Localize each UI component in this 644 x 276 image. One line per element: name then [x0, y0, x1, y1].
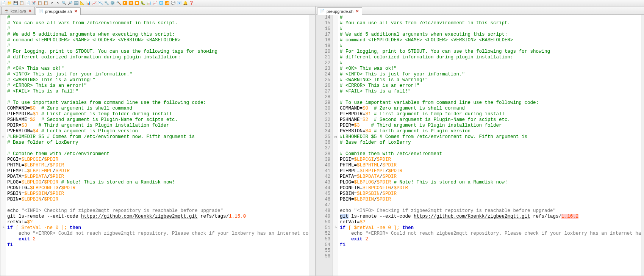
toolbar-icon[interactable]: 🔨 — [116, 0, 121, 6]
toolbar-icon[interactable]: ❓ — [189, 0, 194, 6]
left-tab-bar: ☕ kea.java ✕ 📄 preupgrade.sh ✕ — [0, 6, 315, 15]
toolbar-icon[interactable]: ▶️ — [122, 0, 127, 6]
left-editor[interactable]: ⊟└ ## You can use all vars from /etc/env… — [0, 15, 315, 276]
toolbar-icon[interactable]: 💾 — [13, 0, 18, 6]
sh-file-icon: 📄 — [320, 9, 325, 14]
tab-label: kea.java — [11, 9, 26, 13]
sh-file-icon: 📄 — [38, 9, 44, 14]
toolbar-icon[interactable]: 📈 — [152, 0, 158, 6]
tab-label: preupgrade.sh — [45, 9, 72, 14]
right-tab-bar: 📄 preupgrade.sh ✕ — [316, 6, 644, 15]
fold-gutter[interactable]: ⊟└ — [0, 15, 6, 276]
toolbar-icon[interactable]: 📊 — [146, 0, 152, 6]
toolbar-icon[interactable]: 🔔 — [183, 0, 188, 6]
tab-preupgrade-left[interactable]: 📄 preupgrade.sh ✕ — [36, 7, 81, 15]
code-area-left[interactable]: ## You can use all vars from /etc/enviro… — [6, 15, 309, 276]
toolbar-icon[interactable]: 📋 — [43, 0, 48, 6]
toolbar-icon[interactable]: 🌐 — [158, 0, 164, 6]
vertical-scrollbar[interactable] — [309, 15, 315, 276]
close-icon[interactable]: ✕ — [28, 9, 32, 13]
toolbar-icon[interactable]: ⏹️ — [134, 0, 139, 6]
tab-preupgrade-right[interactable]: 📄 preupgrade.sh ✕ — [317, 7, 362, 15]
toolbar-icon[interactable]: 📐 — [80, 0, 85, 6]
main-toolbar: 📄📁💾📋📄✂️📋📋↶↷🔍🔎🔤📐📊📈📉🔧⚙️🔨▶️⏸️⏹️🐛📊📈🌐📶💬📧🔔❓ — [0, 0, 644, 6]
right-pane: 📄 preupgrade.sh ✕ 1415161718192021222324… — [316, 6, 644, 276]
split-container: ☕ kea.java ✕ 📄 preupgrade.sh ✕ ⊟└ ## You… — [0, 6, 644, 276]
toolbar-icon[interactable]: ↷ — [55, 0, 61, 6]
toolbar-icon[interactable]: 📧 — [177, 0, 182, 6]
vertical-scrollbar[interactable] — [641, 15, 644, 276]
toolbar-icon[interactable]: 📉 — [98, 0, 103, 6]
toolbar-icon[interactable]: 📶 — [164, 0, 170, 6]
toolbar-icon[interactable]: 🐛 — [140, 0, 145, 6]
toolbar-icon[interactable]: 📊 — [86, 0, 91, 6]
toolbar-icon[interactable]: ⚙️ — [110, 0, 115, 6]
close-icon[interactable]: ✕ — [355, 9, 360, 14]
toolbar-icon[interactable]: 📋 — [37, 0, 42, 6]
line-gutter: 1415161718192021222324252627282930313233… — [316, 15, 333, 276]
toolbar-icon[interactable]: 🔍 — [61, 0, 67, 6]
tab-kea-java[interactable]: ☕ kea.java ✕ — [1, 7, 35, 14]
toolbar-icon[interactable]: 📄 — [25, 0, 30, 6]
toolbar-icon[interactable]: ⏸️ — [128, 0, 133, 6]
code-area-right[interactable]: ## You can use all vars from /etc/enviro… — [338, 15, 641, 276]
right-editor[interactable]: 1415161718192021222324252627282930313233… — [316, 15, 644, 276]
toolbar-icon[interactable]: 📄 — [1, 0, 6, 6]
toolbar-icon[interactable]: 📋 — [19, 0, 24, 6]
fold-gutter[interactable]: ⊟└ — [333, 15, 338, 276]
toolbar-icon[interactable]: 📈 — [92, 0, 97, 6]
toolbar-icon[interactable]: 💬 — [170, 0, 176, 6]
toolbar-icon[interactable]: 📁 — [7, 0, 12, 6]
toolbar-icon[interactable]: 🔧 — [104, 0, 109, 6]
java-file-icon: ☕ — [4, 8, 9, 14]
toolbar-icon[interactable]: ↶ — [49, 0, 55, 6]
toolbar-icon[interactable]: 🔤 — [73, 0, 79, 6]
toolbar-icon[interactable]: ✂️ — [31, 0, 36, 6]
left-pane: ☕ kea.java ✕ 📄 preupgrade.sh ✕ ⊟└ ## You… — [0, 6, 315, 276]
toolbar-icon[interactable]: 🔎 — [67, 0, 73, 6]
close-icon[interactable]: ✕ — [73, 9, 78, 14]
tab-label: preupgrade.sh — [327, 9, 353, 14]
